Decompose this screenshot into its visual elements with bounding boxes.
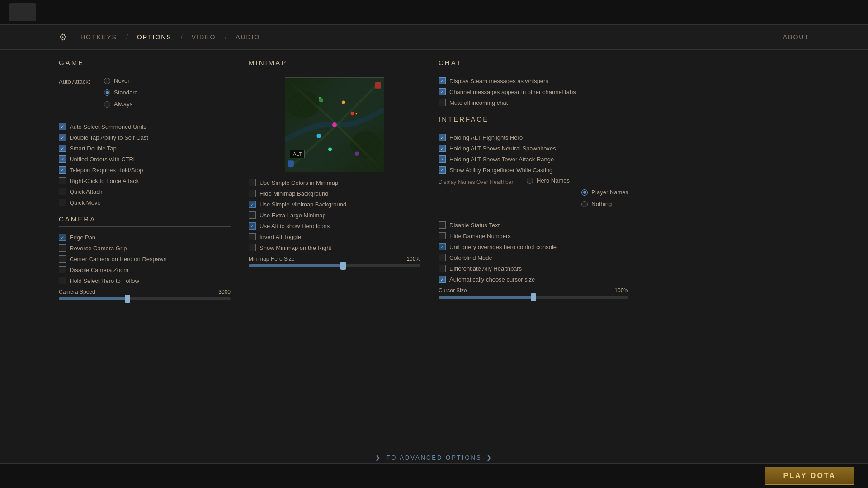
cb-teleport[interactable] [59, 166, 66, 174]
option-minimap-right[interactable]: Show Minimap on the Right [249, 244, 420, 251]
cb-alt-hero-icons[interactable] [249, 222, 256, 230]
camera-speed-row: Camera Speed 3000 [59, 289, 231, 300]
play-dota-button[interactable]: PLAY DOTA [765, 467, 855, 485]
nav-about[interactable]: ABOUT [783, 33, 809, 41]
option-channel-msgs[interactable]: Channel messages appear in other channel… [439, 88, 628, 95]
option-alt-spawnboxes[interactable]: Holding ALT Shows Neutral Spawnboxes [439, 145, 628, 152]
auto-attack-never[interactable]: Never [104, 77, 138, 84]
option-reverse-cam[interactable]: Reverse Camera Grip [59, 244, 231, 252]
auto-attack-standard[interactable]: Standard [104, 89, 138, 96]
radio-never-label: Never [114, 77, 130, 84]
option-simple-colors[interactable]: Use Simple Colors in Minimap [249, 179, 420, 186]
nav-options[interactable]: OPTIONS [132, 31, 176, 43]
cursor-size-value: 100% [614, 287, 628, 294]
option-hide-damage[interactable]: Hide Damage Numbers [439, 232, 628, 239]
advanced-options[interactable]: ❯ TO ADVANCED OPTIONS ❯ [375, 454, 492, 461]
cursor-size-fill [439, 296, 533, 299]
option-cursor-size[interactable]: Automatically choose cursor size [439, 276, 628, 283]
nav-hotkeys[interactable]: HOTKEYS [76, 31, 122, 43]
svg-point-4 [342, 101, 345, 104]
option-center-cam[interactable]: Center Camera on Hero on Respawn [59, 255, 231, 263]
option-double-tap[interactable]: Double Tap Ability to Self Cast [59, 134, 231, 141]
option-auto-select[interactable]: Auto Select Summoned Units [59, 123, 231, 130]
option-alt-highlights[interactable]: Holding ALT Highlights Hero [439, 134, 628, 141]
option-disable-zoom[interactable]: Disable Camera Zoom [59, 266, 231, 273]
option-right-click[interactable]: Right-Click to Force Attack [59, 177, 231, 184]
radio-standard[interactable] [104, 89, 110, 96]
option-simple-bg[interactable]: Use Simple Minimap Background [249, 201, 420, 208]
cb-cursor-size[interactable] [439, 276, 446, 283]
cb-smart-double-tap[interactable] [59, 145, 66, 152]
cb-minimap-right[interactable] [249, 244, 256, 251]
cb-auto-select[interactable] [59, 123, 66, 130]
radio-player-names-btn[interactable] [581, 189, 588, 196]
cb-simple-colors[interactable] [249, 179, 256, 186]
radio-never[interactable] [104, 78, 110, 84]
label-simple-bg: Use Simple Minimap Background [259, 201, 346, 208]
option-quick-move[interactable]: Quick Move [59, 199, 231, 206]
minimap-inner: ▲ ▲ ALT [285, 78, 384, 172]
cb-hide-bg[interactable] [249, 190, 256, 197]
auto-attack-always[interactable]: Always [104, 101, 138, 108]
label-colorblind: Colorblind Mode [449, 254, 492, 261]
option-quick-attack[interactable]: Quick Attack [59, 188, 231, 195]
cursor-size-thumb[interactable] [531, 293, 536, 301]
cb-disable-zoom[interactable] [59, 266, 66, 273]
cursor-size-track[interactable] [439, 296, 628, 299]
cb-quick-move[interactable] [59, 199, 66, 206]
hero-size-track[interactable] [249, 264, 420, 267]
option-alt-hero-icons[interactable]: Use Alt to show Hero icons [249, 222, 420, 230]
cb-ally-health[interactable] [439, 265, 446, 272]
cb-simple-bg[interactable] [249, 201, 256, 208]
option-teleport[interactable]: Teleport Requires Hold/Stop [59, 166, 231, 174]
cb-mute-chat[interactable] [439, 99, 446, 106]
cb-alt-tower-range[interactable] [439, 155, 446, 163]
option-edge-pan[interactable]: Edge Pan [59, 234, 231, 241]
camera-speed-track[interactable] [59, 297, 231, 300]
cb-edge-pan[interactable] [59, 234, 66, 241]
radio-always[interactable] [104, 101, 110, 108]
option-extra-large[interactable]: Use Extra Large Minimap [249, 211, 420, 219]
option-alt-tower-range[interactable]: Holding ALT Shows Tower Attack Range [439, 155, 628, 163]
option-smart-double-tap[interactable]: Smart Double Tap [59, 145, 231, 152]
option-unit-query[interactable]: Unit query overrides hero control consol… [439, 243, 628, 250]
cb-alt-highlights[interactable] [439, 134, 446, 141]
option-ally-health[interactable]: Differentiate Ally Healthbars [439, 265, 628, 272]
radio-player-names[interactable]: Player Names [581, 189, 628, 196]
radio-hero-names[interactable]: Hero Names [527, 177, 570, 184]
option-hold-select[interactable]: Hold Select Hero to Follow [59, 277, 231, 284]
option-invert-alt[interactable]: Invert Alt Toggle [249, 233, 420, 240]
cb-invert-alt[interactable] [249, 233, 256, 240]
nav-video[interactable]: VIDEO [187, 31, 221, 43]
cb-hide-damage[interactable] [439, 232, 446, 239]
cb-disable-status[interactable] [439, 221, 446, 229]
option-disable-status[interactable]: Disable Status Text [439, 221, 628, 229]
option-unified-orders[interactable]: Unified Orders with CTRL [59, 155, 231, 163]
cb-unified-orders[interactable] [59, 155, 66, 163]
radio-nothing-btn[interactable] [581, 201, 588, 207]
radio-hero-names-btn[interactable] [527, 178, 533, 184]
option-steam-whispers[interactable]: Display Steam messages as whispers [439, 77, 628, 84]
option-hide-bg[interactable]: Hide Minimap Background [249, 190, 420, 197]
cb-double-tap[interactable] [59, 134, 66, 141]
cb-colorblind[interactable] [439, 254, 446, 261]
camera-speed-thumb[interactable] [125, 295, 130, 303]
option-mute-chat[interactable]: Mute all incoming chat [439, 99, 628, 106]
cb-extra-large[interactable] [249, 211, 256, 219]
radio-nothing[interactable]: Nothing [581, 201, 612, 207]
cb-alt-spawnboxes[interactable] [439, 145, 446, 152]
cb-ability-range[interactable] [439, 166, 446, 174]
cb-steam-whispers[interactable] [439, 77, 446, 84]
cb-center-cam[interactable] [59, 255, 66, 263]
option-ability-range[interactable]: Show Ability Rangefinder While Casting [439, 166, 628, 174]
option-colorblind[interactable]: Colorblind Mode [439, 254, 628, 261]
logo [9, 3, 36, 21]
hero-size-thumb[interactable] [340, 262, 346, 270]
cb-channel-msgs[interactable] [439, 88, 446, 95]
cb-right-click[interactable] [59, 177, 66, 184]
nav-audio[interactable]: AUDIO [231, 31, 264, 43]
cb-unit-query[interactable] [439, 243, 446, 250]
cb-reverse-cam[interactable] [59, 244, 66, 252]
cb-hold-select[interactable] [59, 277, 66, 284]
cb-quick-attack[interactable] [59, 188, 66, 195]
